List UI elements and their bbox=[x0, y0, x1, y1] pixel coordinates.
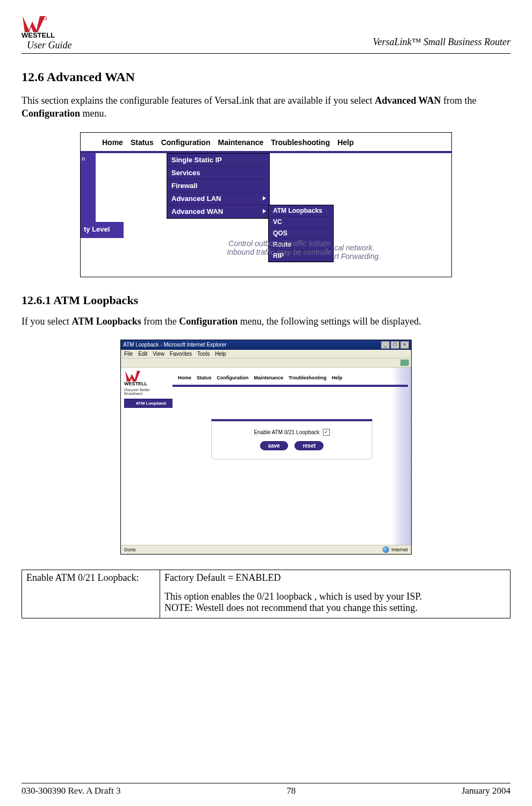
tab-help[interactable]: Help bbox=[337, 138, 354, 147]
table-row: Enable ATM 0/21 Loopback: Factory Defaul… bbox=[22, 570, 511, 618]
tagline: Discover Better Broadband bbox=[124, 388, 169, 395]
menu-single-static-ip[interactable]: Single Static IP bbox=[167, 154, 269, 167]
submenu-vc[interactable]: VC bbox=[269, 217, 333, 228]
intro-mid: from the bbox=[441, 95, 477, 106]
tab-configuration[interactable]: Configuration bbox=[161, 138, 211, 147]
s2-tab-configuration[interactable]: Configuration bbox=[217, 375, 249, 380]
screenshot-advanced-wan-menu: Home Status Configuration Maintenance Tr… bbox=[80, 132, 452, 277]
subsection-paragraph: If you select ATM Loopbacks from the Con… bbox=[21, 315, 511, 328]
intro-bold-1: Advanced WAN bbox=[375, 95, 441, 106]
s2-tab-home[interactable]: Home bbox=[178, 375, 191, 380]
screenshot-atm-loopback-window: ATM Loopback - Microsoft Internet Explor… bbox=[120, 340, 412, 555]
menu-firewall[interactable]: Firewall bbox=[167, 179, 269, 192]
menu-advanced-lan[interactable]: Advanced LAN bbox=[167, 192, 269, 205]
ie-menu-edit[interactable]: Edit bbox=[138, 351, 147, 357]
intro-post: menu. bbox=[80, 108, 106, 119]
s2-tab-help[interactable]: Help bbox=[332, 375, 343, 380]
tab-troubleshooting[interactable]: Troubleshooting bbox=[271, 138, 330, 147]
blurb-l1-right: cal network. bbox=[334, 243, 375, 252]
enable-atm-checkbox[interactable]: ✓ bbox=[323, 429, 330, 436]
ie-menu-favorites[interactable]: Favorites bbox=[170, 351, 192, 357]
p2-mid: from the bbox=[141, 316, 179, 327]
tab-maintenance[interactable]: Maintenance bbox=[218, 138, 263, 147]
section-heading: 12.6 Advanced WAN bbox=[21, 70, 511, 84]
ty-level-fragment: ty Level bbox=[81, 222, 124, 238]
s2-tab-troubleshooting[interactable]: Troubleshooting bbox=[289, 375, 327, 380]
s2-tab-status[interactable]: Status bbox=[197, 375, 212, 380]
footer-center: 78 bbox=[286, 786, 296, 796]
left-fragment-top: n bbox=[82, 155, 85, 162]
menu-advanced-wan[interactable]: Advanced WAN bbox=[167, 205, 269, 218]
option-desc: Factory Default = ENABLED This option en… bbox=[160, 570, 511, 618]
option-name: Enable ATM 0/21 Loopback: bbox=[22, 570, 160, 618]
status-internet: Internet bbox=[391, 547, 408, 552]
ie-menu-help[interactable]: Help bbox=[215, 351, 226, 357]
opt-line3: NOTE: Westell does not recommend that yo… bbox=[164, 602, 506, 614]
internet-zone-icon bbox=[383, 546, 389, 553]
background-blurb-right: cal network. rt Forwarding. bbox=[334, 243, 380, 261]
close-icon[interactable]: × bbox=[400, 341, 409, 349]
blurb-l2-left: Inbound traffic may be controlle bbox=[227, 248, 332, 256]
ie-menu-view[interactable]: View bbox=[153, 351, 164, 357]
ie-menu-file[interactable]: File bbox=[124, 351, 133, 357]
tab-home[interactable]: Home bbox=[102, 138, 123, 147]
go-button-icon[interactable] bbox=[400, 359, 409, 366]
product-title: VersaLink™ Small Business Router bbox=[373, 37, 511, 51]
westell-small-logo-icon: WESTELL bbox=[124, 371, 167, 386]
p2-bold-1: ATM Loopbacks bbox=[71, 316, 141, 327]
subsection-heading: 12.6.1 ATM Loopbacks bbox=[21, 293, 511, 307]
p2-bold-2: Configuration bbox=[179, 316, 238, 327]
user-guide-label: User Guide bbox=[27, 40, 72, 51]
s2-tab-maintenance[interactable]: Maintenance bbox=[254, 375, 284, 380]
minimize-icon[interactable]: _ bbox=[381, 341, 390, 349]
footer-left: 030-300390 Rev. A Draft 3 bbox=[21, 786, 120, 796]
ie-menu-tools[interactable]: Tools bbox=[197, 351, 210, 357]
submenu-qos[interactable]: QOS bbox=[269, 228, 333, 239]
maximize-icon[interactable]: □ bbox=[391, 341, 399, 349]
p2-post: menu, the following settings will be dis… bbox=[238, 316, 421, 327]
atm-loopback-chip[interactable]: ATM Loopback bbox=[124, 399, 178, 408]
atm-loopback-panel: Enable ATM 0/21 Loopback ✓ save reset bbox=[211, 419, 372, 459]
save-button[interactable]: save bbox=[260, 441, 288, 450]
opt-line1: Factory Default = ENABLED bbox=[164, 572, 506, 584]
enable-atm-label: Enable ATM 0/21 Loopback bbox=[254, 429, 319, 435]
blurb-l2-right: rt Forwarding. bbox=[334, 252, 380, 261]
background-blurb: Control outbound traffic initiate Inboun… bbox=[134, 239, 425, 256]
tab-status[interactable]: Status bbox=[131, 138, 154, 147]
intro-bold-2: Configuration bbox=[21, 108, 80, 119]
window-title: ATM Loopback - Microsoft Internet Explor… bbox=[123, 342, 227, 348]
intro-pre: This section explains the configurable f… bbox=[21, 95, 375, 106]
status-done: Done bbox=[124, 547, 136, 552]
opt-line2: This option enables the 0/21 loopback , … bbox=[164, 591, 506, 602]
submenu-atm-loopbacks[interactable]: ATM Loopbacks bbox=[269, 205, 333, 217]
p2-pre: If you select bbox=[21, 316, 71, 327]
logo-word: WESTELL bbox=[21, 31, 55, 39]
reset-button[interactable]: reset bbox=[294, 441, 323, 450]
options-table: Enable ATM 0/21 Loopback: Factory Defaul… bbox=[21, 570, 511, 618]
configuration-dropdown: Single Static IP Services Firewall Advan… bbox=[167, 153, 270, 219]
menu-services[interactable]: Services bbox=[167, 167, 269, 179]
small-logo-word: WESTELL bbox=[124, 381, 147, 386]
footer-right: January 2004 bbox=[462, 786, 511, 796]
blurb-l1-left: Control outbound traffic initiate bbox=[228, 239, 330, 248]
westell-logo-icon: WESTELL bbox=[21, 16, 70, 39]
intro-paragraph: This section explains the configurable f… bbox=[21, 94, 511, 120]
